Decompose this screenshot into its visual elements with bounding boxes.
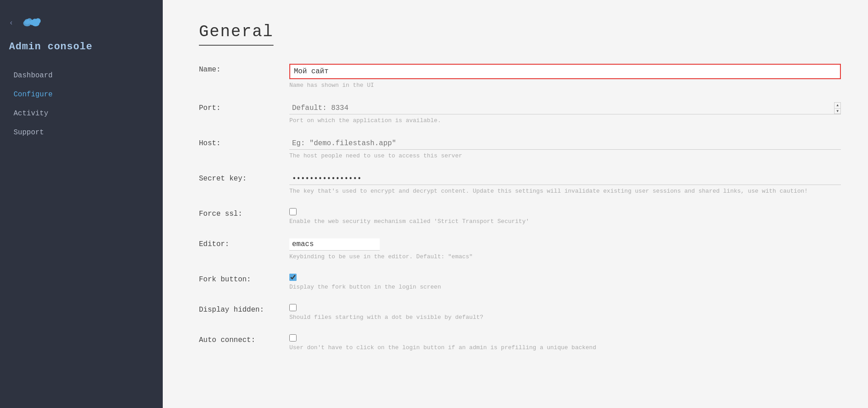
force-ssl-field: Enable the web security mechanism called… <box>289 208 841 225</box>
form-row-name: Name: Name has shown in the UI <box>199 64 841 89</box>
fork-button-checkbox-wrapper <box>289 274 841 281</box>
name-label: Name: <box>199 64 289 74</box>
auto-connect-checkbox[interactable] <box>289 334 297 342</box>
fork-button-hint: Display the fork button in the login scr… <box>289 284 841 290</box>
editor-hint: Keybinding to be use in the editor. Defa… <box>289 253 841 260</box>
editor-field: emacs Keybinding to be use in the editor… <box>289 238 841 260</box>
editor-label: Editor: <box>199 238 289 248</box>
force-ssl-label: Force ssl: <box>199 208 289 218</box>
port-input-wrapper: ▲ ▼ <box>289 102 841 114</box>
port-hint: Port on which the application is availab… <box>289 117 841 124</box>
fork-button-checkbox[interactable] <box>289 274 297 281</box>
auto-connect-field: User don't have to click on the login bu… <box>289 334 841 351</box>
port-field: ▲ ▼ Port on which the application is ava… <box>289 102 841 124</box>
host-input[interactable] <box>289 138 841 150</box>
auto-connect-checkbox-wrapper <box>289 334 841 342</box>
collapse-button[interactable]: ‹ <box>9 19 14 27</box>
form-row-force-ssl: Force ssl: Enable the web security mecha… <box>199 208 841 225</box>
auto-connect-label: Auto connect: <box>199 334 289 344</box>
fork-button-label: Fork button: <box>199 274 289 284</box>
name-hint: Name has shown in the UI <box>289 82 841 89</box>
display-hidden-field: Should files starting with a dot be visi… <box>289 304 841 321</box>
sidebar-item-configure[interactable]: Configure <box>0 85 163 104</box>
editor-input-wrapper: emacs <box>289 238 380 251</box>
display-hidden-checkbox[interactable] <box>289 304 297 311</box>
secret-key-field: The key that's used to encrypt and decry… <box>289 173 841 195</box>
form-row-editor: Editor: emacs Keybinding to be use in th… <box>199 238 841 260</box>
port-spinner[interactable]: ▲ ▼ <box>834 102 841 114</box>
secret-key-label: Secret key: <box>199 173 289 183</box>
svg-point-6 <box>29 20 36 25</box>
force-ssl-checkbox[interactable] <box>289 208 297 215</box>
secret-key-hint: The key that's used to encrypt and decry… <box>289 188 841 195</box>
sidebar: ‹ Admin console Dashboard Configure Acti… <box>0 0 163 408</box>
port-input[interactable] <box>289 102 831 114</box>
host-label: Host: <box>199 138 289 147</box>
form-row-port: Port: ▲ ▼ Port on which the application … <box>199 102 841 124</box>
host-field: The host people need to use to access th… <box>289 138 841 159</box>
sidebar-header: ‹ <box>0 0 163 41</box>
app-logo <box>22 14 43 32</box>
editor-value: emacs <box>292 240 377 248</box>
fork-button-field: Display the fork button in the login scr… <box>289 274 841 290</box>
svg-point-5 <box>35 18 41 24</box>
spinner-down[interactable]: ▼ <box>835 109 840 114</box>
main-content: General Name: Name has shown in the UI P… <box>163 0 868 408</box>
force-ssl-checkbox-wrapper <box>289 208 841 215</box>
nav-menu: Dashboard Configure Activity Support <box>0 66 163 142</box>
form-row-auto-connect: Auto connect: User don't have to click o… <box>199 334 841 351</box>
form-row-secret-key: Secret key: The key that's used to encry… <box>199 173 841 195</box>
form-row-display-hidden: Display hidden: Should files starting wi… <box>199 304 841 321</box>
display-hidden-checkbox-wrapper <box>289 304 841 311</box>
display-hidden-label: Display hidden: <box>199 304 289 314</box>
port-label: Port: <box>199 102 289 112</box>
display-hidden-hint: Should files starting with a dot be visi… <box>289 314 841 321</box>
form-row-fork-button: Fork button: Display the fork button in … <box>199 274 841 290</box>
secret-key-input[interactable] <box>289 173 841 185</box>
host-hint: The host people need to use to access th… <box>289 152 841 159</box>
spinner-up[interactable]: ▲ <box>835 103 840 109</box>
auto-connect-hint: User don't have to click on the login bu… <box>289 344 841 351</box>
force-ssl-hint: Enable the web security mechanism called… <box>289 218 841 225</box>
sidebar-item-dashboard[interactable]: Dashboard <box>0 66 163 85</box>
sidebar-item-support[interactable]: Support <box>0 123 163 142</box>
form-row-host: Host: The host people need to use to acc… <box>199 138 841 159</box>
name-input[interactable] <box>289 64 841 79</box>
sidebar-item-activity[interactable]: Activity <box>0 104 163 123</box>
admin-console-title: Admin console <box>0 41 163 66</box>
page-title: General <box>199 23 274 46</box>
name-field: Name has shown in the UI <box>289 64 841 89</box>
